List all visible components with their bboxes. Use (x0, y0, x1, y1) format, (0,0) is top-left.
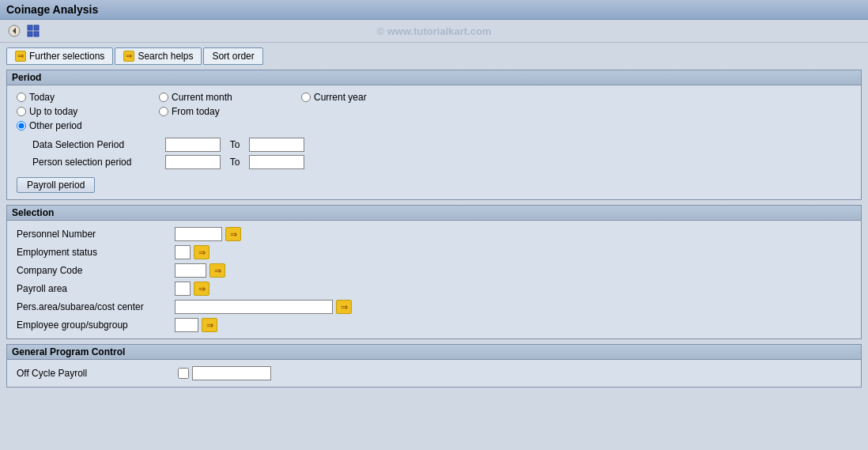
personnel-number-input[interactable] (175, 227, 222, 241)
pers-area-arrow[interactable]: ⇒ (336, 300, 352, 314)
employment-status-label: Employment status (17, 247, 175, 258)
radio-today-item: Today (17, 92, 159, 103)
company-code-label: Company Code (17, 265, 175, 276)
tab-further-selections[interactable]: ⇒ Further selections (6, 47, 113, 65)
pers-area-label: Pers.area/subarea/cost center (17, 301, 175, 312)
off-cycle-payroll-input[interactable] (192, 366, 271, 380)
svg-rect-3 (34, 25, 39, 30)
person-selection-period-to-label: To (227, 157, 243, 168)
radio-current-month[interactable] (159, 93, 168, 102)
radio-from-today-item: From today (159, 106, 301, 117)
data-selection-period-label: Data Selection Period (32, 139, 159, 150)
data-selection-period-row: Data Selection Period To (32, 138, 851, 152)
period-fields: Data Selection Period To Person selectio… (32, 138, 851, 169)
personnel-number-arrow[interactable]: ⇒ (225, 227, 241, 241)
selection-section-body: Personnel Number ⇒ Employment status ⇒ C… (7, 221, 861, 338)
person-selection-period-from[interactable] (165, 155, 221, 169)
tab-bar: ⇒ Further selections ⇒ Search helps Sort… (0, 43, 868, 65)
payroll-area-arrow[interactable]: ⇒ (194, 282, 209, 296)
tab-arrow-further: ⇒ (15, 51, 26, 62)
general-section-body: Off Cycle Payroll (7, 360, 861, 387)
person-selection-period-to[interactable] (249, 155, 304, 169)
svg-rect-2 (28, 25, 32, 30)
radio-current-year[interactable] (301, 93, 311, 102)
radio-other-period[interactable] (17, 121, 26, 130)
off-cycle-payroll-checkbox[interactable] (178, 368, 189, 379)
radio-current-year-label: Current year (314, 92, 367, 103)
grid-icon[interactable] (25, 23, 41, 39)
employment-status-row: Employment status ⇒ (17, 245, 851, 259)
radio-current-month-item: Current month (159, 92, 301, 103)
pers-area-input[interactable] (175, 300, 333, 314)
tab-arrow-search: ⇒ (123, 51, 134, 62)
personnel-number-row: Personnel Number ⇒ (17, 227, 851, 241)
radio-from-today-label: From today (172, 106, 220, 117)
employee-group-arrow[interactable]: ⇒ (202, 318, 217, 332)
radio-current-month-label: Current month (172, 92, 232, 103)
company-code-arrow[interactable]: ⇒ (209, 263, 225, 278)
data-selection-period-from[interactable] (165, 138, 221, 152)
tab-search-label: Search helps (138, 51, 193, 62)
radio-today-label: Today (29, 92, 55, 103)
radio-other-period-label: Other period (29, 120, 82, 131)
data-selection-period-to[interactable] (249, 138, 304, 152)
company-code-row: Company Code ⇒ (17, 263, 851, 278)
radio-other-period-item: Other period (17, 120, 159, 131)
off-cycle-payroll-row: Off Cycle Payroll (17, 366, 851, 380)
svg-rect-4 (28, 32, 32, 36)
employment-status-input[interactable] (175, 245, 191, 259)
tab-sort-label: Sort order (212, 51, 254, 62)
watermark: © www.tutorialkart.com (377, 25, 492, 37)
radio-from-today[interactable] (159, 107, 168, 116)
payroll-period-button[interactable]: Payroll period (17, 177, 95, 193)
selection-section-header: Selection (7, 206, 861, 221)
employee-group-input[interactable] (175, 318, 198, 332)
radio-today[interactable] (17, 93, 26, 102)
main-content: Period Today Current month Current year (0, 65, 868, 397)
company-code-input[interactable] (175, 263, 206, 278)
general-program-control-section: General Program Control Off Cycle Payrol… (6, 344, 862, 388)
off-cycle-payroll-label: Off Cycle Payroll (17, 368, 175, 379)
tab-further-label: Further selections (29, 51, 104, 62)
person-selection-period-row: Person selection period To (32, 155, 851, 169)
app-title: Coinage Analysis (6, 3, 98, 16)
radio-current-year-item: Current year (301, 92, 443, 103)
radio-up-to-today-item: Up to today (17, 106, 159, 117)
svg-rect-5 (34, 32, 39, 36)
payroll-area-label: Payroll area (17, 283, 175, 294)
title-bar: Coinage Analysis (0, 0, 868, 20)
tab-search-helps[interactable]: ⇒ Search helps (115, 47, 202, 65)
employment-status-arrow[interactable]: ⇒ (194, 245, 209, 259)
radio-up-to-today[interactable] (17, 107, 26, 116)
period-section-header: Period (7, 70, 861, 85)
period-section-body: Today Current month Current year Up to t… (7, 85, 861, 199)
employee-group-label: Employee group/subgroup (17, 320, 175, 331)
toolbar: © www.tutorialkart.com (0, 20, 868, 43)
tab-sort-order[interactable]: Sort order (203, 47, 262, 65)
general-section-header: General Program Control (7, 345, 861, 360)
radio-up-to-today-label: Up to today (29, 106, 77, 117)
data-selection-period-to-label: To (227, 139, 243, 150)
employee-group-row: Employee group/subgroup ⇒ (17, 318, 851, 332)
back-icon[interactable] (6, 23, 22, 39)
payroll-area-input[interactable] (175, 282, 191, 296)
period-radios: Today Current month Current year Up to t… (17, 92, 851, 131)
person-selection-period-label: Person selection period (32, 157, 159, 168)
selection-section: Selection Personnel Number ⇒ Employment … (6, 205, 862, 339)
pers-area-row: Pers.area/subarea/cost center ⇒ (17, 300, 851, 314)
selection-fields: Personnel Number ⇒ Employment status ⇒ C… (17, 227, 851, 332)
period-section: Period Today Current month Current year (6, 70, 862, 200)
payroll-area-row: Payroll area ⇒ (17, 282, 851, 296)
personnel-number-label: Personnel Number (17, 229, 175, 240)
